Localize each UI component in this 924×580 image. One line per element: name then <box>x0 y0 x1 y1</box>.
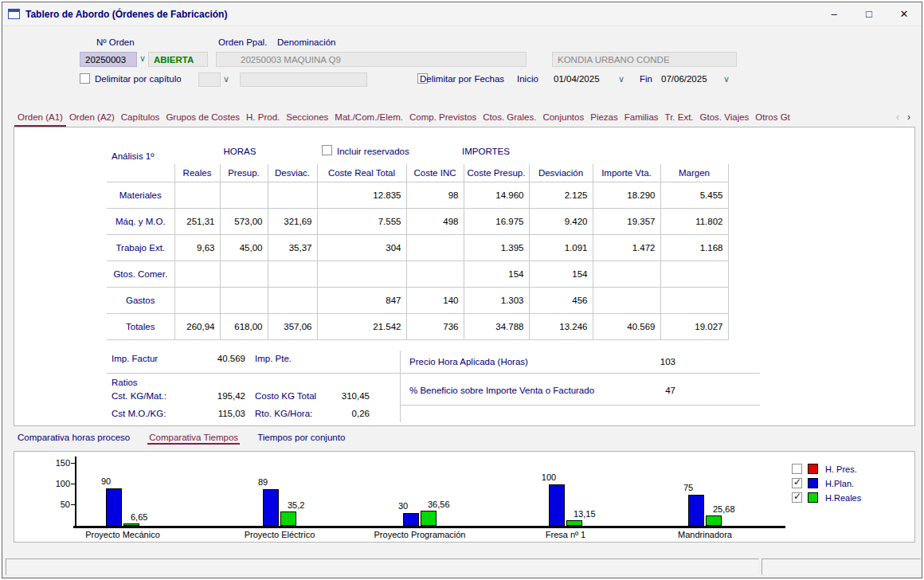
tab-comp-previstos[interactable]: Comp. Previstos <box>406 108 480 127</box>
tab-scroll-right-icon[interactable]: › <box>903 112 914 123</box>
delimit-dates-label: Delimitar por Fechas <box>420 74 504 84</box>
start-date-dropdown-icon[interactable]: ∨ <box>618 74 624 84</box>
cell: 618,00 <box>220 313 268 339</box>
legend-checkbox-h-pres[interactable] <box>792 464 802 474</box>
order-number-combo[interactable]: 20250003 <box>80 52 137 67</box>
bar-value-h-reales: 35,2 <box>288 500 327 510</box>
end-date-dropdown-icon[interactable]: ∨ <box>723 74 730 84</box>
table-corner <box>107 164 174 182</box>
tab-tr-ext[interactable]: Tr. Ext. <box>662 108 697 127</box>
tab-otros-gt[interactable]: Otros Gt <box>752 108 793 127</box>
ratios-label: Ratios <box>112 378 138 387</box>
category-label: Mandrinadora <box>641 530 769 539</box>
y-tick-mark <box>71 484 75 484</box>
y-tick-label: 150 <box>49 458 70 468</box>
cell <box>406 261 464 287</box>
table-row-trabajo-ext: Trabajo Ext.9,6345,0035,373041.3951.0911… <box>107 234 728 261</box>
tab-conjuntos[interactable]: Conjuntos <box>539 108 587 127</box>
tab-scroll-left-icon[interactable]: ‹ <box>892 112 903 123</box>
row-label: Máq. y M.O. <box>107 208 174 234</box>
tab-scroll-buttons: ‹ › <box>892 112 914 127</box>
delimit-chapter-checkbox[interactable] <box>80 73 90 84</box>
status-bar-right <box>762 558 921 575</box>
chart-panel: 15010050906,65Proyecto Mecánico8935,2Pro… <box>14 451 915 543</box>
tab-h-prod[interactable]: H. Prod. <box>243 108 283 127</box>
cell <box>220 261 268 287</box>
table-row-gtos-comer: Gtos. Comer.154154 <box>107 261 728 287</box>
cell: 5.455 <box>660 182 728 208</box>
incluir-reservados-checkbox[interactable] <box>322 145 332 155</box>
costo-kg-total-value: 310,45 <box>307 391 370 401</box>
tab-grupos-de-costes[interactable]: Grupos de Costes <box>162 108 243 127</box>
cell: 19.027 <box>660 313 728 339</box>
rto-kg-hora-label: Rto. KG/Hora: <box>255 409 312 418</box>
table-row-gastos: Gastos8471401.303456 <box>107 287 728 313</box>
cell: 573,00 <box>220 208 268 234</box>
delimit-chapter-label: Delimitar por capítulo <box>95 74 182 84</box>
imp-pte-label: Imp. Pte. <box>255 354 292 363</box>
cell <box>406 234 464 261</box>
cell <box>317 261 406 287</box>
cst-kg-mat-value: 195,42 <box>174 391 245 401</box>
bar-h-plan <box>263 489 279 526</box>
window-title: Tablero de Abordo (Órdenes de Fabricació… <box>25 9 227 20</box>
tab-mat-com-elem[interactable]: Mat./Com./Elem. <box>331 108 406 127</box>
tab-orden-a1[interactable]: Orden (A1) <box>14 108 66 127</box>
legend-checkbox-h-reales[interactable] <box>792 492 802 503</box>
table-row-maq-y-m-o: Máq. y M.O.251,31573,00321,697.55549816.… <box>107 208 728 234</box>
bottom-tab-tiempos-por-conjunto[interactable]: Tiempos por conjunto <box>256 430 346 445</box>
cell <box>268 182 317 208</box>
imp-factur-value: 40.569 <box>166 354 245 363</box>
cell <box>268 287 317 313</box>
imp-factur-label: Imp. Factur <box>112 354 158 363</box>
bottom-tab-comparativa-horas-proceso[interactable]: Comparativa horas proceso <box>16 430 131 445</box>
legend-checkbox-h-plan[interactable] <box>792 478 802 488</box>
start-date-value[interactable]: 01/04/2025 <box>554 74 600 84</box>
tab-familias[interactable]: Familias <box>621 108 662 127</box>
y-tick-mark <box>71 463 75 464</box>
end-date-value[interactable]: 07/06/2025 <box>661 74 707 84</box>
app-window: Tablero de Abordo (Órdenes de Fabricació… <box>2 2 922 578</box>
legend-label-h-reales: H.Reales <box>825 493 861 503</box>
cell: 736 <box>406 313 464 339</box>
cst-mo-kg-label: Cst M.O./KG: <box>112 409 166 418</box>
minimize-button[interactable]: – <box>816 2 852 25</box>
cell <box>660 261 728 287</box>
beneficio-value: 47 <box>612 386 675 395</box>
cell <box>660 287 728 313</box>
bottom-tab-comparativa-tiempos[interactable]: Comparativa Tiempos <box>147 430 240 445</box>
cell: 35,37 <box>268 234 317 261</box>
cell: 357,06 <box>268 313 317 339</box>
tab-piezas[interactable]: Piezas <box>587 108 621 127</box>
tab-strip: Orden (A1)Orden (A2)CapítulosGrupos de C… <box>14 108 892 127</box>
cell <box>174 287 220 313</box>
bar-value-h-reales: 6,65 <box>131 512 170 522</box>
maximize-button[interactable]: □ <box>852 2 887 25</box>
precio-hora-value: 103 <box>612 357 675 366</box>
column-header-reales: Reales <box>174 164 220 182</box>
chapter-combo[interactable] <box>198 72 221 87</box>
tab-orden-a2[interactable]: Orden (A2) <box>66 108 118 127</box>
cell: 9.420 <box>529 208 593 234</box>
legend-label-h-pres: H. Pres. <box>825 464 857 474</box>
divider <box>400 405 760 406</box>
cell: 1.472 <box>593 234 660 261</box>
chapter-dropdown-icon[interactable]: ∨ <box>223 74 229 84</box>
titlebar: Tablero de Abordo (Órdenes de Fabricació… <box>2 2 922 26</box>
tab-ctos-grales[interactable]: Ctos. Grales. <box>480 108 539 127</box>
order-number-dropdown-icon[interactable]: ∨ <box>139 53 146 64</box>
status-bar-left <box>6 558 759 575</box>
y-tick-mark <box>71 504 75 505</box>
close-button[interactable]: ✕ <box>887 2 922 25</box>
cell: 1.303 <box>464 287 529 313</box>
cell <box>220 287 268 313</box>
tab-gtos-viajes[interactable]: Gtos. Viajes <box>697 108 753 127</box>
client-field: KONDIA URBANO CONDE <box>552 52 737 67</box>
divider <box>400 351 401 422</box>
tab-capitulos[interactable]: Capítulos <box>118 108 163 127</box>
y-tick-label: 50 <box>49 500 70 509</box>
order-header: Nº Orden Orden Ppal. Denominación 202500… <box>2 27 922 106</box>
row-label: Materiales <box>107 182 174 208</box>
cst-kg-mat-label: Cst. KG/Mat.: <box>112 391 166 401</box>
tab-secciones[interactable]: Secciones <box>283 108 331 127</box>
